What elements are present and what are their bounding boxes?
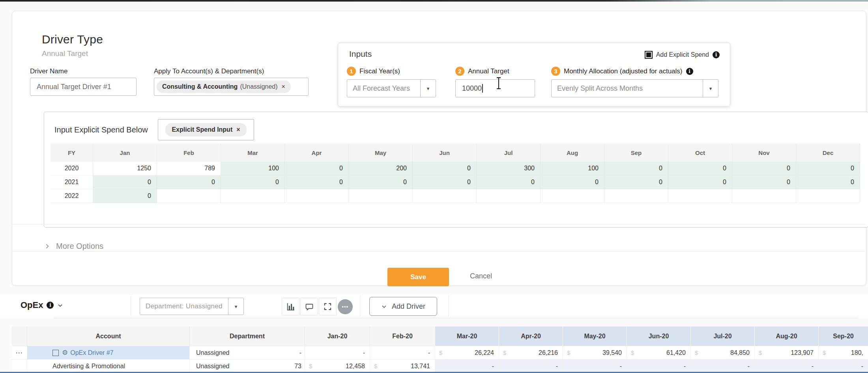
cell-value: 39,540 — [602, 349, 622, 356]
spend-cell[interactable] — [221, 189, 285, 203]
value-cell[interactable]: $12,458 — [305, 360, 370, 373]
value-cell[interactable]: - — [627, 360, 690, 373]
cell-value: 180, — [851, 349, 863, 356]
department-cell[interactable]: Unassigned73 — [189, 360, 305, 373]
chevron-right-icon — [44, 243, 51, 250]
driver-gear-icon[interactable]: ⚙ — [62, 349, 68, 356]
spend-cell[interactable]: 0 — [796, 162, 860, 175]
department-extra-value: - — [299, 349, 305, 356]
driver-name-input[interactable]: Annual Target Driver #1 — [30, 78, 137, 96]
value-cell[interactable]: - — [563, 360, 627, 373]
chevron-down-icon[interactable] — [57, 302, 63, 308]
remove-tag-icon[interactable]: × — [282, 83, 285, 90]
spend-cell[interactable]: 789 — [157, 162, 221, 175]
fiscal-years-select[interactable]: All Forecast Years ▾ — [347, 79, 436, 97]
value-cell[interactable]: - — [690, 360, 754, 373]
spend-cell[interactable] — [668, 189, 732, 203]
value-cell[interactable]: - — [435, 360, 499, 373]
fullscreen-button[interactable] — [319, 298, 337, 315]
spend-cell[interactable]: 0 — [732, 175, 796, 189]
spend-cell[interactable] — [477, 189, 541, 203]
spend-cell[interactable] — [157, 189, 221, 203]
spend-cell[interactable]: 0 — [668, 175, 732, 189]
spend-cell[interactable]: 0 — [796, 175, 860, 189]
add-driver-button[interactable]: Add Driver — [369, 297, 437, 316]
row-actions-icon[interactable]: ⋯ — [12, 346, 27, 359]
add-explicit-spend-control[interactable]: Add Explicit Spend i — [645, 51, 720, 59]
apply-to-input[interactable]: Consulting & Accounting (Unassigned) × — [154, 78, 309, 96]
value-cell[interactable]: - — [370, 346, 435, 359]
remove-tag-icon[interactable]: × — [236, 126, 240, 133]
spend-cell[interactable]: 0 — [604, 175, 668, 189]
cell-value: 84,850 — [730, 349, 750, 356]
value-cell[interactable]: $180, — [818, 346, 868, 359]
value-cell[interactable]: - — [754, 360, 818, 373]
add-explicit-spend-info-icon[interactable]: i — [713, 51, 720, 58]
spend-cell[interactable]: 0 — [285, 175, 349, 189]
spend-cell[interactable]: 0 — [604, 162, 668, 175]
account-cell[interactable]: ⚙OpEx Driver #7 — [27, 346, 189, 359]
spend-cell[interactable]: 200 — [349, 162, 413, 175]
value-cell[interactable]: - — [305, 346, 370, 359]
value-cell[interactable]: - — [818, 360, 868, 373]
more-actions-button[interactable]: ••• — [338, 299, 353, 314]
spend-cell[interactable]: 300 — [477, 162, 541, 175]
spend-cell[interactable]: 0 — [732, 162, 796, 175]
spend-cell[interactable]: 100 — [221, 162, 285, 175]
value-cell[interactable]: $61,420 — [627, 346, 690, 359]
spend-cell[interactable] — [732, 189, 796, 203]
chevron-down-icon[interactable]: ▾ — [228, 298, 243, 315]
value-cell[interactable]: $13,741 — [370, 360, 435, 373]
spend-cell[interactable]: 0 — [477, 175, 541, 189]
spend-cell[interactable]: 0 — [221, 175, 285, 189]
annual-target-input[interactable]: 10000 — [455, 79, 535, 97]
save-button[interactable]: Save — [387, 268, 449, 286]
driver-link[interactable]: OpEx Driver #7 — [70, 349, 113, 356]
spend-cell[interactable]: 100 — [541, 162, 604, 175]
chevron-down-icon[interactable]: ▾ — [420, 80, 436, 97]
explicit-spend-tag[interactable]: Explicit Spend Input × — [165, 123, 246, 136]
chevron-down-icon[interactable]: ▾ — [703, 80, 718, 97]
spend-cell[interactable]: 0 — [285, 162, 349, 175]
value-cell[interactable]: $26,216 — [499, 346, 563, 359]
dollar-sign: $ — [439, 349, 442, 356]
spend-cell[interactable]: 0 — [413, 175, 477, 189]
spend-cell[interactable] — [349, 189, 413, 203]
spend-cell[interactable]: 0 — [541, 175, 604, 189]
spend-cell[interactable]: 1250 — [93, 162, 157, 175]
account-cell[interactable]: Advertising & Promotional — [27, 360, 189, 373]
add-explicit-spend-checkbox[interactable] — [645, 51, 653, 59]
monthly-allocation-select[interactable]: Evenly Split Across Months ▾ — [551, 79, 718, 97]
monthly-allocation-info-icon[interactable]: i — [686, 68, 693, 75]
row-actions-icon[interactable] — [12, 360, 27, 373]
spend-cell[interactable] — [285, 189, 349, 203]
value-cell[interactable]: $26,224 — [435, 346, 499, 359]
value-cell[interactable]: $123,907 — [754, 346, 818, 359]
value-cell[interactable]: $84,850 — [690, 346, 754, 359]
driver-checkbox[interactable] — [52, 350, 59, 356]
spend-cell[interactable] — [796, 189, 860, 203]
spend-cell[interactable] — [413, 189, 477, 203]
spend-cell[interactable]: 0 — [349, 175, 413, 189]
comments-button[interactable] — [300, 298, 318, 315]
opex-section-header[interactable]: OpEx i — [21, 300, 63, 310]
cell-value: - — [861, 363, 863, 370]
cell-value: - — [748, 363, 750, 370]
explicit-spend-tag-box[interactable]: Explicit Spend Input × — [158, 119, 254, 140]
opex-info-icon[interactable]: i — [47, 302, 54, 309]
value-cell[interactable]: - — [499, 360, 563, 373]
spend-cell[interactable] — [604, 189, 668, 203]
spend-cell[interactable]: 0 — [93, 189, 157, 203]
chart-view-button[interactable] — [282, 298, 299, 315]
more-options-toggle[interactable]: More Options — [44, 242, 103, 251]
department-cell[interactable]: Unassigned- — [189, 346, 305, 359]
cancel-button[interactable]: Cancel — [470, 272, 492, 280]
apply-to-tag[interactable]: Consulting & Accounting (Unassigned) × — [157, 80, 291, 93]
spend-cell[interactable] — [541, 189, 604, 203]
value-cell[interactable]: $39,540 — [563, 346, 627, 359]
spend-cell[interactable]: 0 — [413, 162, 477, 175]
spend-cell[interactable]: 0 — [93, 175, 157, 189]
department-filter-select[interactable]: Department: Unassigned ▾ — [140, 298, 244, 315]
spend-cell[interactable]: 0 — [157, 175, 221, 189]
spend-cell[interactable]: 0 — [668, 162, 732, 175]
